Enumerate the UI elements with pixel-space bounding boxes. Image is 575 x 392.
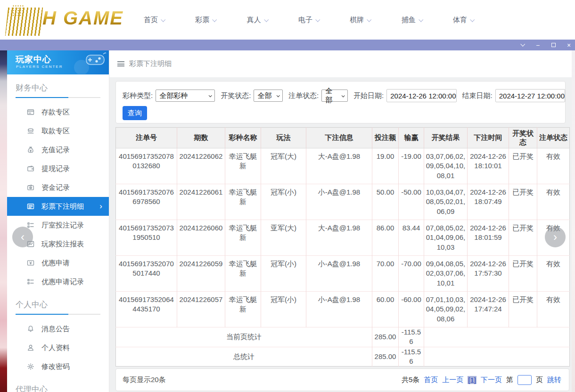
nav-item[interactable]: 真人 xyxy=(247,16,268,24)
sidebar-section-label: 财务中心 xyxy=(7,74,109,103)
nav-item[interactable]: 电子 xyxy=(298,16,319,24)
table-cell: 冠军(小) xyxy=(261,256,306,292)
table-cell: 03,07,06,02,09,05,04,10,08,01 xyxy=(424,148,468,184)
column-header: 投注额 xyxy=(372,128,399,148)
table-cell: 已开奖 xyxy=(509,148,537,184)
summary-row: 当前页统计 285.00 -115.56 xyxy=(116,327,570,347)
chevron-down-icon xyxy=(315,17,320,22)
table-scroll-right-button[interactable]: › xyxy=(545,227,566,247)
sidebar-item-label: 厅室投注记录 xyxy=(41,221,84,230)
logo[interactable]: H GAME xyxy=(4,3,140,37)
withdraw-hand-icon xyxy=(27,127,35,135)
list-icon xyxy=(27,278,35,286)
table-cell: 2024-12-26 18:07:49 xyxy=(468,184,509,220)
table-cell: 20241226061 xyxy=(177,184,225,220)
chevron-down-icon xyxy=(213,17,217,22)
sidebar-collapse-button[interactable]: ‹ xyxy=(12,227,33,247)
query-button[interactable]: 查询 xyxy=(123,106,147,120)
sidebar-section-label: 代理中心 xyxy=(7,376,109,392)
sidebar-item[interactable]: 存款专区 xyxy=(7,103,109,122)
table-cell: 401569173520780132680 xyxy=(116,148,177,184)
jump-prefix-label: 第 xyxy=(506,376,513,384)
table-cell: 50.00 xyxy=(372,184,399,220)
end-date-input[interactable]: 2024-12-27 12:00:00 xyxy=(495,89,565,102)
summary-bet-total: 285.00 xyxy=(372,347,399,367)
section-divider xyxy=(16,314,100,315)
table-cell: 20241226057 xyxy=(177,292,225,327)
table-cell: 2024-12-26 17:57:30 xyxy=(468,256,509,292)
table-cell: 幸运飞艇新 xyxy=(225,148,261,184)
sidebar-item[interactable]: 个人资料 xyxy=(7,338,109,357)
nav-item[interactable]: 彩票 xyxy=(195,16,216,24)
lottery-type-select[interactable]: 全部彩种 xyxy=(156,90,215,102)
wallet-icon xyxy=(27,165,35,173)
gear-icon xyxy=(27,363,35,371)
moneybag-icon xyxy=(27,146,35,154)
draw-status-select[interactable]: 全部 xyxy=(254,90,283,102)
table-cell: 幸运飞艇新 xyxy=(225,292,261,327)
table-cell: -19.00 xyxy=(399,148,424,184)
chevron-down-icon xyxy=(470,17,475,22)
sidebar-item[interactable]: 提现记录 xyxy=(7,159,109,178)
table-row: 40156917352076697856020241226061幸运飞艇新冠军(… xyxy=(116,184,570,220)
sidebar-item[interactable]: 取款专区 xyxy=(7,122,109,140)
summary-bet-total: 285.00 xyxy=(372,327,399,347)
chevron-down-icon xyxy=(161,17,165,22)
sidebar-header: 玩家中心 PLAYERS CENTER xyxy=(7,50,109,74)
nav-item[interactable]: 捕鱼 xyxy=(402,16,422,24)
section-divider xyxy=(16,97,100,98)
table-cell: 大-A盘@1.98 xyxy=(306,220,372,256)
bet-detail-table: 注单号期数彩种名称玩法下注信息投注额输赢开奖结果下注时间开奖状态注单状态 401… xyxy=(115,127,569,367)
chevron-down-icon xyxy=(264,17,269,22)
per-page-info: 每页显示20条 xyxy=(123,376,166,384)
pagination-bar: 每页显示20条 共5条 首页 上一页 [1] 下一页 第 页 跳转 xyxy=(115,368,569,391)
column-header: 开奖状态 xyxy=(509,128,537,148)
table-cell: 401569173520705017440 xyxy=(116,256,177,292)
nav-item[interactable]: 棋牌 xyxy=(350,16,370,24)
table-cell: 有效 xyxy=(537,184,570,220)
nav-item[interactable]: 体育 xyxy=(453,16,474,24)
sidebar-item[interactable]: 消息公告 xyxy=(7,319,109,338)
sidebar-item[interactable]: 优惠申请记录 xyxy=(7,272,109,291)
nav-item[interactable]: 首页 xyxy=(144,16,164,24)
order-status-select[interactable]: 全部 xyxy=(321,90,348,102)
close-icon[interactable]: × xyxy=(566,42,572,49)
table-cell: 小-A盘@1.98 xyxy=(306,256,372,292)
prev-page-link[interactable]: 上一页 xyxy=(442,376,463,384)
sidebar: 玩家中心 PLAYERS CENTER 财务中心 存款专区 取款专区 xyxy=(7,50,109,392)
start-date-label: 开始日期: xyxy=(353,91,384,100)
players-center-window: 玩家中心 PLAYERS CENTER 财务中心 存款专区 取款专区 xyxy=(7,50,572,392)
start-date-input[interactable]: 2024-12-26 12:00:00 xyxy=(386,89,456,102)
hamburger-icon[interactable] xyxy=(117,61,124,66)
column-header: 彩种名称 xyxy=(225,128,261,148)
chevron-down-icon[interactable] xyxy=(519,42,526,49)
jump-page-input[interactable] xyxy=(518,375,532,385)
minimize-icon[interactable]: − xyxy=(534,42,541,49)
summary-label: 总统计 xyxy=(116,347,372,367)
sidebar-item-label: 取款专区 xyxy=(41,127,70,136)
bet-detail-card-icon xyxy=(27,203,35,211)
first-page-link[interactable]: 首页 xyxy=(424,376,438,384)
maximize-icon[interactable] xyxy=(550,42,557,49)
table-cell: 幸运飞艇新 xyxy=(225,220,261,256)
summary-label: 当前页统计 xyxy=(116,327,372,347)
total-count: 共5条 xyxy=(402,376,419,384)
table-cell: 已开奖 xyxy=(509,292,537,327)
jump-action-link[interactable]: 跳转 xyxy=(547,376,561,384)
sidebar-item[interactable]: 优惠申请 xyxy=(7,253,109,272)
sidebar-item[interactable]: 资金记录 xyxy=(7,178,109,197)
next-page-link[interactable]: 下一页 xyxy=(481,376,502,384)
current-page-indicator: [1] xyxy=(468,376,476,384)
table-cell: 60.00 xyxy=(372,292,399,327)
sidebar-item-label: 提现记录 xyxy=(41,164,70,173)
sidebar-item-label: 玩家投注报表 xyxy=(41,240,84,249)
summary-blank xyxy=(424,347,570,367)
sidebar-item[interactable]: 彩票下注明细 › xyxy=(7,197,109,216)
table-row: 40156917352064443517020241226057幸运飞艇新冠军(… xyxy=(116,292,570,327)
table-cell: 83.44 xyxy=(399,220,424,256)
chevron-down-icon xyxy=(209,94,212,97)
page-title: 彩票下注明细 xyxy=(129,59,172,68)
sidebar-title: 玩家中心 xyxy=(16,54,51,65)
sidebar-item[interactable]: 修改密码 xyxy=(7,357,109,376)
sidebar-item[interactable]: 充值记录 xyxy=(7,140,109,159)
